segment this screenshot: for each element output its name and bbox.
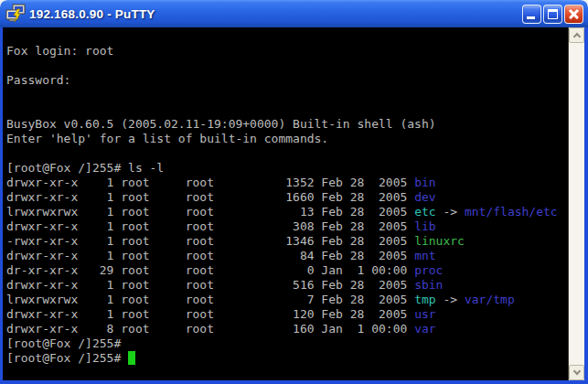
terminal-text: lib	[414, 219, 435, 233]
terminal-line: BusyBox v0.60.5 (2005.02.11-19:09+0000) …	[6, 117, 568, 132]
close-button[interactable]	[564, 5, 583, 24]
terminal-line: drwxr-xr-x 1 root root 1660 Feb 28 2005 …	[6, 190, 568, 205]
terminal-line	[6, 59, 568, 73]
maximize-button[interactable]	[543, 5, 562, 24]
chevron-up-icon	[573, 33, 581, 40]
scrollbar[interactable]	[568, 27, 584, 380]
terminal-line	[6, 366, 568, 380]
terminal-text: linuxrc	[414, 234, 465, 248]
terminal-text: dev	[414, 190, 435, 204]
terminal-line	[6, 146, 568, 161]
terminal-screen[interactable]: Fox login: rootPassword:BusyBox v0.60.5 …	[3, 27, 568, 380]
titlebar[interactable]: 192.168.0.90 - PuTTY	[0, 0, 588, 27]
maximize-icon	[548, 9, 558, 19]
terminal-line: lrwxrwxrwx 1 root root 13 Feb 28 2005 et…	[6, 205, 568, 219]
chevron-down-icon	[573, 368, 581, 375]
terminal-text: Fox login: root	[6, 44, 113, 58]
terminal-text: mnt/flash/etc	[465, 205, 558, 219]
terminal-line: [root@Fox /]255#	[6, 336, 568, 351]
terminal-line: [root@Fox /]255# ls -l	[6, 161, 568, 176]
terminal-text: [root@Fox /]255# ls -l	[6, 161, 164, 175]
terminal-line: dr-xr-xr-x 29 root root 0 Jan 1 00:00 pr…	[6, 263, 568, 278]
terminal-text: drwxr-xr-x 1 root root 308 Feb 28 2005	[6, 219, 414, 233]
terminal-line: drwxr-xr-x 1 root root 1352 Feb 28 2005 …	[6, 176, 568, 190]
terminal-text: Password:	[6, 73, 70, 87]
terminal-text: drwxr-xr-x 1 root root 1660 Feb 28 2005	[6, 190, 414, 204]
minimize-button[interactable]	[522, 5, 541, 24]
putty-window: 192.168.0.90 - PuTTY Fox login: rootPass…	[0, 0, 588, 384]
terminal-line: -rwxr-xr-x 1 root root 1346 Feb 28 2005 …	[6, 234, 568, 249]
scroll-down-button[interactable]	[569, 365, 584, 380]
terminal-text: drwxr-xr-x 1 root root 84 Feb 28 2005	[6, 249, 414, 262]
terminal-text: drwxr-xr-x 1 root root 516 Feb 28 2005	[6, 278, 414, 292]
terminal-line: Fox login: root	[6, 44, 568, 59]
window-title: 192.168.0.90 - PuTTY	[29, 7, 522, 21]
terminal-line: drwxr-xr-x 1 root root 84 Feb 28 2005 mn…	[6, 249, 568, 263]
terminal-text: lrwxrwxrwx 1 root root 13 Feb 28 2005	[6, 205, 414, 219]
terminal-cursor	[128, 351, 135, 365]
terminal-text: ->	[436, 205, 465, 219]
terminal-text: tmp	[414, 293, 435, 306]
terminal-text: BusyBox v0.60.5 (2005.02.11-19:09+0000) …	[6, 117, 436, 131]
scroll-up-button[interactable]	[569, 27, 584, 43]
terminal-text: dr-xr-xr-x 29 root root 0 Jan 1 00:00	[6, 263, 414, 277]
window-body: Fox login: rootPassword:BusyBox v0.60.5 …	[0, 27, 588, 384]
terminal-text: lrwxrwxrwx 1 root root 7 Feb 28 2005	[6, 293, 414, 306]
terminal-text: drwxr-xr-x 1 root root 120 Feb 28 2005	[6, 307, 414, 321]
putty-app-icon[interactable]	[5, 4, 26, 24]
terminal-text: ->	[436, 293, 465, 306]
minimize-icon	[527, 16, 535, 19]
terminal-line: [root@Fox /]255#	[6, 351, 568, 366]
terminal-line: drwxr-xr-x 1 root root 516 Feb 28 2005 s…	[6, 278, 568, 293]
terminal-text: [root@Fox /]255#	[6, 336, 121, 350]
terminal-text: var/tmp	[465, 293, 515, 306]
terminal-line: Password:	[6, 73, 568, 88]
scrollbar-track[interactable]	[569, 43, 584, 365]
terminal-text: mnt	[414, 249, 435, 262]
terminal-line: drwxr-xr-x 1 root root 308 Feb 28 2005 l…	[6, 219, 568, 234]
terminal-text: etc	[414, 205, 435, 219]
terminal-text: -rwxr-xr-x 1 root root 1346 Feb 28 2005	[6, 234, 414, 248]
terminal-text: proc	[414, 263, 443, 277]
terminal-text: bin	[414, 176, 435, 189]
terminal-line	[6, 29, 568, 44]
terminal-text: usr	[414, 307, 435, 321]
window-controls	[522, 5, 583, 24]
terminal-text: [root@Fox /]255#	[6, 351, 128, 365]
terminal-line: drwxr-xr-x 1 root root 120 Feb 28 2005 u…	[6, 307, 568, 322]
terminal-text: var	[414, 322, 435, 336]
terminal-line	[6, 102, 568, 117]
terminal-line: drwxr-xr-x 8 root root 160 Jan 1 00:00 v…	[6, 322, 568, 336]
terminal-line	[6, 88, 568, 102]
terminal-text: drwxr-xr-x 1 root root 1352 Feb 28 2005	[6, 176, 414, 189]
terminal-line: Enter 'help' for a list of built-in comm…	[6, 132, 568, 146]
terminal-text: drwxr-xr-x 8 root root 160 Jan 1 00:00	[6, 322, 414, 336]
terminal-text: Enter 'help' for a list of built-in comm…	[6, 132, 328, 145]
terminal-line: lrwxrwxrwx 1 root root 7 Feb 28 2005 tmp…	[6, 293, 568, 307]
close-icon	[565, 5, 583, 23]
terminal-text: sbin	[414, 278, 443, 292]
